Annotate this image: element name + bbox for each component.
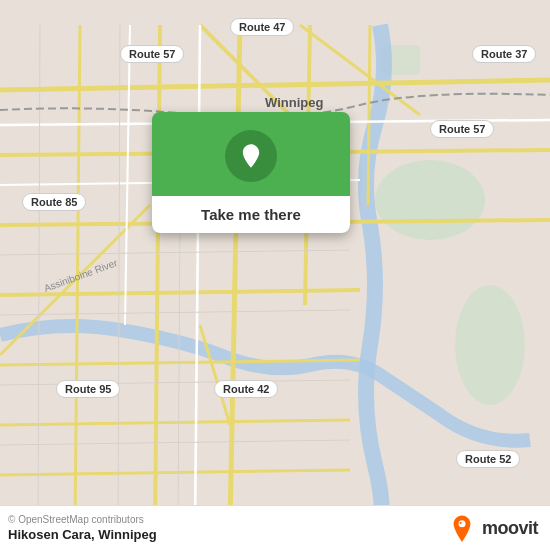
pin-icon [237,142,265,170]
route-badge-r42: Route 42 [214,380,278,398]
route-badge-r47: Route 47 [230,18,294,36]
popup-card: Take me there [152,112,350,233]
svg-point-32 [458,520,465,527]
map-container: Winnipeg Assiniboine River Route 47 Rout… [0,0,550,550]
route-badge-r95: Route 95 [56,380,120,398]
location-name: Hikosen Cara, Winnipeg [8,527,157,542]
svg-point-1 [375,160,485,240]
bottom-bar: © OpenStreetMap contributors Hikosen Car… [0,505,550,550]
moovit-logo[interactable]: moovit [448,514,538,542]
route-badge-r57b: Route 57 [430,120,494,138]
svg-point-2 [455,285,525,405]
route-badge-r57a: Route 57 [120,45,184,63]
copyright-text: © OpenStreetMap contributors [8,514,157,525]
location-icon [225,130,277,182]
moovit-text: moovit [482,518,538,539]
route-badge-r85: Route 85 [22,193,86,211]
map-background: Winnipeg Assiniboine River Route 47 Rout… [0,0,550,550]
route-badge-r37: Route 37 [472,45,536,63]
svg-line-15 [368,25,370,205]
take-me-there-button[interactable]: Take me there [152,196,350,233]
route-badge-r52: Route 52 [456,450,520,468]
moovit-pin-icon [448,514,476,542]
svg-point-33 [460,522,462,524]
bottom-left: © OpenStreetMap contributors Hikosen Car… [8,514,157,542]
